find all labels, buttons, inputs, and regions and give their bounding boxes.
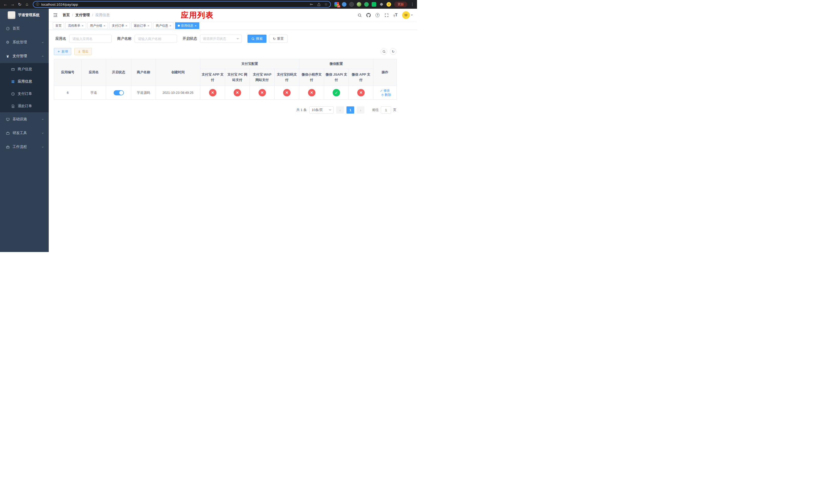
chevron-down-icon <box>41 145 44 148</box>
status-toggle[interactable] <box>114 90 124 95</box>
share-icon[interactable] <box>317 2 321 7</box>
site-info-icon[interactable]: ⓘ <box>36 2 39 7</box>
refresh-table-button[interactable]: ↻ <box>390 48 396 55</box>
sidebar-item-label: 应用信息 <box>18 79 32 84</box>
search-icon[interactable] <box>357 13 362 18</box>
merchant-name-input[interactable] <box>135 35 177 43</box>
home-button[interactable]: ⌂ <box>24 1 30 8</box>
sidebar-item-system[interactable]: ⚙ 系统管理 <box>0 36 49 49</box>
sidebar-item-app-info[interactable]: 应用信息 <box>0 75 49 88</box>
tab-user-group[interactable]: 用户分组 <box>87 22 108 29</box>
page-size-select[interactable]: 10条/页 <box>309 107 334 114</box>
col-header-wx-jsapi: 微信 JSAPI 支付 <box>324 69 349 86</box>
wx-jsapi-status-icon <box>333 89 340 96</box>
merchant-name-label: 商户名称 <box>117 37 132 41</box>
goto-unit: 页 <box>393 108 396 112</box>
extension-dark-icon[interactable] <box>349 2 354 7</box>
sidebar-item-label: 首页 <box>13 26 20 31</box>
close-icon[interactable] <box>104 24 106 27</box>
tab-home[interactable]: 首页 <box>53 22 64 29</box>
page-number-1[interactable]: 1 <box>347 107 354 114</box>
sidebar-item-payment[interactable]: ¥ 支付管理 <box>0 49 49 63</box>
chevron-down-icon <box>329 110 331 112</box>
browser-menu-icon[interactable]: ⋮ <box>410 2 415 7</box>
extension-grid-icon[interactable]: 10 <box>334 2 339 7</box>
export-button[interactable]: 导出 <box>74 48 92 55</box>
app-name-input[interactable] <box>69 35 112 43</box>
status-select[interactable]: 请选择开启状态 <box>200 35 242 43</box>
add-button[interactable]: 新增 <box>54 48 71 55</box>
tab-app-info[interactable]: 应用信息 <box>175 22 199 29</box>
app-logo[interactable]: 芋道管理系统 <box>0 9 49 22</box>
browser-update-button[interactable]: 更新 <box>394 2 407 7</box>
sidebar-item-home[interactable]: 首页 <box>0 22 49 36</box>
sidebar-item-refund-orders[interactable]: 退款订单 <box>0 100 49 112</box>
dashboard-icon <box>6 26 10 30</box>
url-text[interactable]: localhost:1024/pay/app <box>41 3 309 6</box>
tab-label: 用户分组 <box>90 24 102 28</box>
sidebar-item-pay-orders[interactable]: 支付订单 <box>0 88 49 100</box>
bank-card-icon <box>11 67 15 71</box>
user-menu[interactable] <box>402 11 413 19</box>
back-button[interactable]: ← <box>2 1 9 8</box>
gear-icon: ⚙ <box>6 40 10 44</box>
sidebar-item-infrastructure[interactable]: 基础设施 <box>0 112 49 126</box>
tab-label: 应用信息 <box>181 24 193 28</box>
forward-button[interactable]: → <box>9 1 16 8</box>
sidebar-fold-icon[interactable] <box>53 13 58 18</box>
edit-button[interactable]: 修改 <box>380 88 390 93</box>
chevron-down-icon <box>41 132 44 135</box>
sidebar-item-label: 系统管理 <box>13 40 27 45</box>
reset-button[interactable]: ↻ 重置 <box>269 35 287 43</box>
tab-pay-orders[interactable]: 支付订单 <box>109 22 130 29</box>
sidebar-item-workflow[interactable]: 工作流程 <box>0 140 49 154</box>
address-bar[interactable]: ⓘ localhost:1024/pay/app ☆ <box>33 1 331 8</box>
tab-process-form[interactable]: 流程表单 <box>65 22 86 29</box>
edit-button-label: 修改 <box>384 88 390 93</box>
sidebar-item-merchant-info[interactable]: 商户信息 <box>0 63 49 75</box>
close-icon[interactable] <box>195 24 197 27</box>
col-header-alipay-qr: 支付宝扫码支付 <box>275 69 299 86</box>
goto-page-input[interactable] <box>381 107 391 114</box>
delete-button[interactable]: 删除 <box>381 93 391 97</box>
payment-submenu: 商户信息 应用信息 支付订单 退款订单 <box>0 63 49 112</box>
add-button-label: 新增 <box>62 49 68 54</box>
font-size-icon[interactable] <box>393 13 398 18</box>
fullscreen-icon[interactable] <box>384 13 389 18</box>
next-page-button[interactable]: › <box>357 107 365 114</box>
extension-avatar-icon[interactable] <box>357 2 361 7</box>
delete-button-label: 删除 <box>385 93 391 97</box>
help-icon[interactable] <box>375 13 380 18</box>
col-header-app-name: 应用名 <box>82 59 106 86</box>
prev-page-button[interactable]: ‹ <box>336 107 344 114</box>
emoji-extension-icon[interactable] <box>387 2 391 7</box>
close-icon[interactable] <box>82 24 84 27</box>
sidebar: 芋道管理系统 首页 ⚙ 系统管理 ¥ 支付管理 <box>0 9 49 252</box>
breadcrumb-separator: / <box>92 13 93 17</box>
close-icon[interactable] <box>169 24 171 27</box>
sidebar-item-label: 基础设施 <box>13 117 27 121</box>
breadcrumb-payment[interactable]: 支付管理 <box>75 13 90 18</box>
search-button[interactable]: 搜索 <box>247 35 266 43</box>
github-icon[interactable] <box>366 13 371 18</box>
breadcrumb-home[interactable]: 首页 <box>63 13 70 18</box>
chevron-down-icon <box>41 41 44 44</box>
extension-wechat-icon[interactable] <box>372 2 376 7</box>
reload-button[interactable]: ↻ <box>16 1 23 8</box>
password-key-icon[interactable] <box>309 2 314 7</box>
close-icon[interactable] <box>126 24 128 27</box>
col-header-merchant: 商户名称 <box>131 59 156 86</box>
sidebar-item-label: 商户信息 <box>18 67 32 71</box>
tab-refund-orders[interactable]: 退款订单 <box>131 22 152 29</box>
toggle-search-button[interactable] <box>380 48 387 55</box>
bookmark-star-icon[interactable]: ☆ <box>324 2 328 7</box>
briefcase-icon <box>6 145 10 149</box>
close-icon[interactable] <box>148 24 150 27</box>
extensions-puzzle-icon[interactable] <box>379 2 384 7</box>
col-header-status: 开启状态 <box>106 59 131 86</box>
tab-merchant-info[interactable]: 商户信息 <box>153 22 174 29</box>
sidebar-item-dev-tools[interactable]: 研发工具 <box>0 126 49 140</box>
app-name-label: 应用名 <box>56 37 66 41</box>
extension-blue-icon[interactable] <box>342 2 347 7</box>
extension-green-icon[interactable] <box>364 2 369 7</box>
